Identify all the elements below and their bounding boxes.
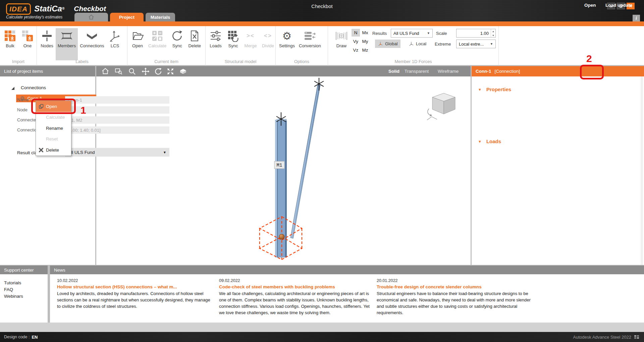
extreme-dropdown[interactable]: Local extre...▼ xyxy=(456,40,496,48)
loads-section-header[interactable]: ▼ Loads xyxy=(478,138,501,144)
link-tutorials[interactable]: Tutorials xyxy=(4,280,21,285)
conn-1-label: Conn-1 xyxy=(27,96,42,101)
lcs-button[interactable]: LCS xyxy=(106,28,123,50)
rotate-view-button[interactable] xyxy=(154,67,163,76)
open-connection-button[interactable]: Open xyxy=(584,0,596,10)
force-toggle-my[interactable]: My xyxy=(361,38,369,45)
sync-icon xyxy=(170,30,184,42)
merge-icon: >< xyxy=(244,30,257,42)
results-dropdown[interactable]: All ULS Fund▼ xyxy=(391,29,433,38)
tree-expander-icon[interactable] xyxy=(11,87,15,90)
draw-button[interactable]: Draw xyxy=(333,28,350,50)
zoom-button[interactable] xyxy=(128,67,137,76)
clipping-box-button[interactable] xyxy=(179,67,187,76)
conversion-button[interactable]: Conversion xyxy=(297,28,323,50)
result-class-value: All ULS Fund xyxy=(68,150,95,155)
article-3-title[interactable]: Trouble-free design of concrete slender … xyxy=(377,284,534,289)
force-toggle-vz[interactable]: Vz xyxy=(352,46,360,54)
zoom-window-button[interactable] xyxy=(114,67,123,76)
article-2-title[interactable]: Code-check of steel members with bucklin… xyxy=(219,284,371,289)
scale-input[interactable]: 1.00 ▲▼ xyxy=(456,29,496,38)
support-center-header: Support center xyxy=(0,266,48,274)
properties-section-header[interactable]: ▼ Properties xyxy=(478,87,511,92)
group-name-current-item: Current item xyxy=(127,59,205,64)
view-cube[interactable] xyxy=(427,93,455,120)
news-panel: 10.02.2022 Hollow structural section (HS… xyxy=(50,274,644,323)
article-1-title[interactable]: Hollow structural section (HSS) connecti… xyxy=(57,284,215,289)
local-button[interactable]: Local xyxy=(406,40,429,48)
link-webinars[interactable]: Webinars xyxy=(4,294,23,299)
article-3-body: Structural engineers have to balance the… xyxy=(377,291,534,316)
ribbon-group-labels: Nodes Members Connections xyxy=(37,26,127,65)
delete-item-button[interactable]: Delete xyxy=(186,28,203,50)
main-tabs: Project Materials xyxy=(74,13,175,21)
force-toggle-n[interactable]: N xyxy=(352,29,360,37)
settings-button[interactable]: ⚙ Settings xyxy=(277,28,297,50)
fit-view-icon xyxy=(166,67,174,75)
annotation-number-2: 2 xyxy=(586,53,592,64)
home-view-button[interactable] xyxy=(101,67,110,76)
link-faq[interactable]: FAQ xyxy=(4,287,13,292)
loads-button[interactable]: Loads xyxy=(207,28,224,50)
tab-project[interactable]: Project xyxy=(110,13,144,21)
display-mode-wireframe[interactable]: Wireframe xyxy=(438,66,459,76)
connections-button[interactable]: Connections xyxy=(78,28,106,50)
viewport-3d-scene[interactable]: M1 xyxy=(96,76,471,265)
news-article-2: 09.02.2022 Code-check of steel members w… xyxy=(219,278,371,316)
prop-label-node: Node xyxy=(17,107,28,112)
loads-collapse-icon[interactable]: ▼ xyxy=(478,139,482,144)
menu-item-open[interactable]: Open xyxy=(36,101,71,112)
tab-home[interactable] xyxy=(74,13,108,21)
properties-collapse-icon[interactable]: ▼ xyxy=(478,88,482,92)
menu-item-delete[interactable]: Delete xyxy=(36,145,71,156)
pan-button[interactable] xyxy=(141,67,150,76)
member-label-m1: M1 xyxy=(274,161,284,169)
merge-label: Merge xyxy=(245,43,257,48)
one-import-icon xyxy=(21,30,34,42)
bulk-label: Bulk xyxy=(6,43,14,48)
loads-section-label: Loads xyxy=(486,138,501,144)
display-mode-transparent[interactable]: Transparent xyxy=(405,66,429,76)
connection-detail-header: Conn-1 [Connection] xyxy=(472,66,644,76)
display-mode-solid[interactable]: Solid xyxy=(388,66,399,76)
loads-label: Loads xyxy=(210,43,221,48)
tab-materials-label: Materials xyxy=(151,15,170,20)
menu-delete-label: Delete xyxy=(46,148,59,153)
force-toggle-vy[interactable]: Vy xyxy=(352,38,360,45)
conversion-icon xyxy=(303,30,317,42)
connection-node-sphere[interactable] xyxy=(279,234,284,239)
local-axis-icon xyxy=(409,41,414,47)
fit-view-button[interactable] xyxy=(166,67,175,76)
open-item-icon xyxy=(36,104,46,109)
nodes-button[interactable]: Nodes xyxy=(38,28,56,50)
tab-materials[interactable]: Materials xyxy=(146,13,175,21)
scale-down-icon: ▼ xyxy=(491,33,495,37)
member-m2[interactable] xyxy=(290,84,320,238)
settings-label: Settings xyxy=(279,43,295,48)
menu-item-rename[interactable]: Rename xyxy=(36,123,71,134)
members-button[interactable]: Members xyxy=(56,28,78,60)
load-update-button[interactable]: Load update xyxy=(605,0,632,10)
force-toggle-mz[interactable]: Mz xyxy=(361,46,369,54)
global-button[interactable]: Global xyxy=(375,40,400,48)
scale-spinner[interactable]: ▲▼ xyxy=(491,29,495,37)
viewport-3d[interactable]: M1 xyxy=(96,76,471,265)
bim-link-icon xyxy=(634,335,639,339)
menu-item-calculate: Calculate xyxy=(36,112,71,123)
result-class-dropdown[interactable]: All ULS Fund ▼ xyxy=(65,148,169,157)
loads-icon xyxy=(209,30,222,42)
view-cube-rotate-arrow[interactable] xyxy=(428,109,430,115)
article-2-date: 09.02.2022 xyxy=(219,278,371,283)
sync-model-button[interactable]: Sync xyxy=(224,28,242,50)
conversion-label: Conversion xyxy=(299,43,321,48)
info-button[interactable]: i xyxy=(633,15,640,22)
bulk-import-button[interactable]: Bulk xyxy=(1,28,19,50)
open-item-button[interactable]: Open xyxy=(129,28,146,50)
sync-item-button[interactable]: Sync xyxy=(168,28,186,50)
force-toggle-mx[interactable]: Mx xyxy=(361,29,369,37)
one-import-button[interactable]: One xyxy=(19,28,36,50)
group-name-member-1d-forces: Member 1D Forces xyxy=(328,59,498,64)
tree-item-connections[interactable]: Connections xyxy=(21,85,46,90)
home-icon xyxy=(101,67,109,75)
properties-scrollbar[interactable] xyxy=(641,76,643,265)
